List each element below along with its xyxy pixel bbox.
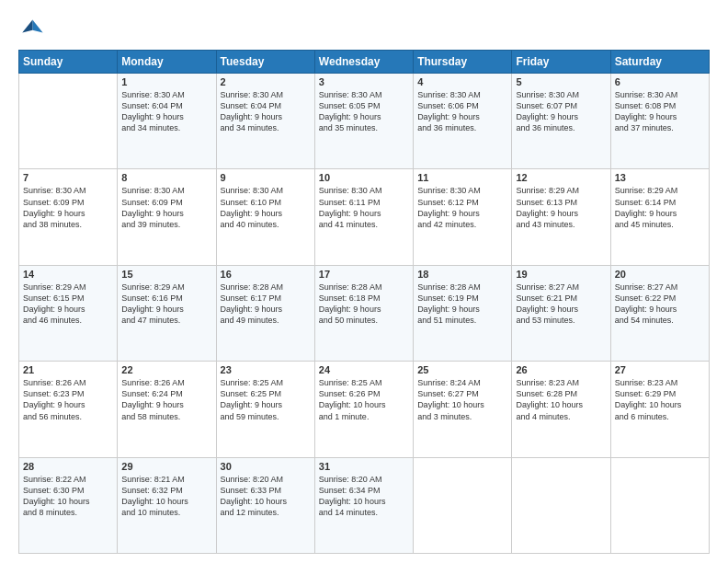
page: SundayMondayTuesdayWednesdayThursdayFrid… [0,0,728,563]
weekday-header-wednesday: Wednesday [314,51,413,74]
cell-content: Sunrise: 8:30 AM Sunset: 6:07 PM Dayligh… [516,89,606,134]
calendar-cell: 16Sunrise: 8:28 AM Sunset: 6:17 PM Dayli… [216,265,314,361]
calendar-cell: 7Sunrise: 8:30 AM Sunset: 6:09 PM Daylig… [19,169,118,265]
svg-marker-1 [22,20,32,33]
calendar-cell: 20Sunrise: 8:27 AM Sunset: 6:22 PM Dayli… [610,265,709,361]
calendar-table: SundayMondayTuesdayWednesdayThursdayFrid… [18,50,710,554]
cell-content: Sunrise: 8:29 AM Sunset: 6:13 PM Dayligh… [516,185,606,230]
cell-content: Sunrise: 8:30 AM Sunset: 6:04 PM Dayligh… [121,89,211,134]
day-number: 21 [23,364,113,375]
day-number: 20 [615,269,705,280]
day-number: 11 [417,172,507,183]
calendar-cell: 25Sunrise: 8:24 AM Sunset: 6:27 PM Dayli… [414,362,512,457]
day-number: 12 [516,172,606,183]
cell-content: Sunrise: 8:29 AM Sunset: 6:16 PM Dayligh… [121,282,211,327]
calendar-cell [19,74,118,169]
calendar-cell: 12Sunrise: 8:29 AM Sunset: 6:13 PM Dayli… [512,169,610,265]
calendar-cell: 14Sunrise: 8:29 AM Sunset: 6:15 PM Dayli… [19,265,118,361]
cell-content: Sunrise: 8:30 AM Sunset: 6:06 PM Dayligh… [417,89,507,134]
calendar-cell: 9Sunrise: 8:30 AM Sunset: 6:10 PM Daylig… [216,169,314,265]
calendar-cell: 2Sunrise: 8:30 AM Sunset: 6:04 PM Daylig… [216,74,314,169]
day-number: 22 [121,364,211,375]
day-number: 27 [615,364,705,375]
weekday-header-sunday: Sunday [19,51,118,74]
day-number: 15 [121,269,211,280]
calendar-cell [610,457,709,553]
weekday-header-friday: Friday [512,51,610,74]
weekday-header-row: SundayMondayTuesdayWednesdayThursdayFrid… [19,51,710,74]
logo [18,15,48,40]
cell-content: Sunrise: 8:30 AM Sunset: 6:08 PM Dayligh… [615,89,705,134]
calendar-cell [414,457,512,553]
cell-content: Sunrise: 8:30 AM Sunset: 6:09 PM Dayligh… [121,185,211,230]
calendar-cell: 13Sunrise: 8:29 AM Sunset: 6:14 PM Dayli… [610,169,709,265]
cell-content: Sunrise: 8:28 AM Sunset: 6:18 PM Dayligh… [319,282,409,327]
day-number: 18 [417,269,507,280]
cell-content: Sunrise: 8:30 AM Sunset: 6:05 PM Dayligh… [319,89,409,134]
calendar-cell: 30Sunrise: 8:20 AM Sunset: 6:33 PM Dayli… [216,457,314,553]
cell-content: Sunrise: 8:23 AM Sunset: 6:29 PM Dayligh… [615,377,705,422]
svg-marker-0 [32,20,42,33]
calendar-cell: 5Sunrise: 8:30 AM Sunset: 6:07 PM Daylig… [512,74,610,169]
day-number: 9 [221,172,311,183]
cell-content: Sunrise: 8:21 AM Sunset: 6:32 PM Dayligh… [121,474,211,519]
calendar-cell: 28Sunrise: 8:22 AM Sunset: 6:30 PM Dayli… [19,457,118,553]
day-number: 13 [615,172,705,183]
calendar-cell: 22Sunrise: 8:26 AM Sunset: 6:24 PM Dayli… [118,362,216,457]
day-number: 8 [121,172,211,183]
cell-content: Sunrise: 8:20 AM Sunset: 6:33 PM Dayligh… [221,474,311,519]
calendar-cell [512,457,610,553]
cell-content: Sunrise: 8:30 AM Sunset: 6:10 PM Dayligh… [221,185,311,230]
day-number: 23 [221,364,311,375]
weekday-header-tuesday: Tuesday [216,51,314,74]
calendar-cell: 19Sunrise: 8:27 AM Sunset: 6:21 PM Dayli… [512,265,610,361]
cell-content: Sunrise: 8:30 AM Sunset: 6:04 PM Dayligh… [221,89,311,134]
calendar-cell: 31Sunrise: 8:20 AM Sunset: 6:34 PM Dayli… [314,457,413,553]
day-number: 31 [319,461,409,472]
cell-content: Sunrise: 8:28 AM Sunset: 6:17 PM Dayligh… [221,282,311,327]
logo-icon [18,15,44,40]
calendar-cell: 24Sunrise: 8:25 AM Sunset: 6:26 PM Dayli… [314,362,413,457]
calendar-cell: 29Sunrise: 8:21 AM Sunset: 6:32 PM Dayli… [118,457,216,553]
weekday-header-monday: Monday [118,51,216,74]
day-number: 16 [221,269,311,280]
day-number: 1 [121,76,211,87]
calendar-cell: 6Sunrise: 8:30 AM Sunset: 6:08 PM Daylig… [610,74,709,169]
calendar-cell: 23Sunrise: 8:25 AM Sunset: 6:25 PM Dayli… [216,362,314,457]
calendar-cell: 10Sunrise: 8:30 AM Sunset: 6:11 PM Dayli… [314,169,413,265]
header [18,15,710,40]
calendar-week-3: 14Sunrise: 8:29 AM Sunset: 6:15 PM Dayli… [19,265,710,361]
cell-content: Sunrise: 8:28 AM Sunset: 6:19 PM Dayligh… [417,282,507,327]
calendar-cell: 11Sunrise: 8:30 AM Sunset: 6:12 PM Dayli… [414,169,512,265]
calendar-week-1: 1Sunrise: 8:30 AM Sunset: 6:04 PM Daylig… [19,74,710,169]
calendar-cell: 4Sunrise: 8:30 AM Sunset: 6:06 PM Daylig… [414,74,512,169]
day-number: 10 [319,172,409,183]
day-number: 29 [121,461,211,472]
day-number: 28 [23,461,113,472]
day-number: 26 [516,364,606,375]
day-number: 2 [221,76,311,87]
day-number: 6 [615,76,705,87]
calendar-cell: 3Sunrise: 8:30 AM Sunset: 6:05 PM Daylig… [314,74,413,169]
day-number: 5 [516,76,606,87]
cell-content: Sunrise: 8:26 AM Sunset: 6:24 PM Dayligh… [121,377,211,422]
day-number: 30 [221,461,311,472]
cell-content: Sunrise: 8:25 AM Sunset: 6:25 PM Dayligh… [221,377,311,422]
day-number: 4 [417,76,507,87]
cell-content: Sunrise: 8:27 AM Sunset: 6:21 PM Dayligh… [516,282,606,327]
cell-content: Sunrise: 8:25 AM Sunset: 6:26 PM Dayligh… [319,377,409,422]
calendar-cell: 27Sunrise: 8:23 AM Sunset: 6:29 PM Dayli… [610,362,709,457]
day-number: 14 [23,269,113,280]
cell-content: Sunrise: 8:26 AM Sunset: 6:23 PM Dayligh… [23,377,113,422]
cell-content: Sunrise: 8:30 AM Sunset: 6:11 PM Dayligh… [319,185,409,230]
calendar-cell: 21Sunrise: 8:26 AM Sunset: 6:23 PM Dayli… [19,362,118,457]
calendar-cell: 15Sunrise: 8:29 AM Sunset: 6:16 PM Dayli… [118,265,216,361]
calendar-cell: 17Sunrise: 8:28 AM Sunset: 6:18 PM Dayli… [314,265,413,361]
cell-content: Sunrise: 8:30 AM Sunset: 6:12 PM Dayligh… [417,185,507,230]
cell-content: Sunrise: 8:22 AM Sunset: 6:30 PM Dayligh… [23,474,113,519]
cell-content: Sunrise: 8:24 AM Sunset: 6:27 PM Dayligh… [417,377,507,422]
calendar-week-4: 21Sunrise: 8:26 AM Sunset: 6:23 PM Dayli… [19,362,710,457]
cell-content: Sunrise: 8:29 AM Sunset: 6:15 PM Dayligh… [23,282,113,327]
day-number: 17 [319,269,409,280]
cell-content: Sunrise: 8:30 AM Sunset: 6:09 PM Dayligh… [23,185,113,230]
